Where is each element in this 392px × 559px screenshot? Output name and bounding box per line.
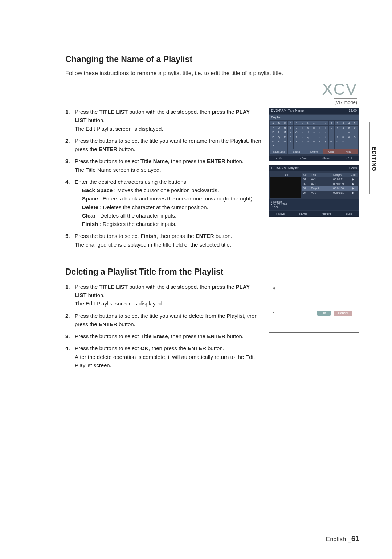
key-_[interactable]: _ <box>335 130 340 135</box>
key-6[interactable]: 6 <box>329 126 334 130</box>
key-W[interactable]: W <box>282 139 287 144</box>
key-blank[interactable] <box>335 144 340 149</box>
key-.[interactable]: . <box>329 130 334 135</box>
playlist-row[interactable]: 04AV100:00:11▶ <box>302 191 358 195</box>
key-z[interactable]: z <box>299 144 305 149</box>
key-8[interactable]: 8 <box>340 126 346 130</box>
key-2[interactable]: 2 <box>335 121 340 126</box>
key-t[interactable]: t <box>323 135 328 139</box>
key-+[interactable]: + <box>346 130 352 135</box>
key-space[interactable]: Space <box>288 149 305 154</box>
key-V[interactable]: V <box>276 139 282 144</box>
key-blank[interactable] <box>340 144 346 149</box>
playlist-row[interactable]: 02AV100:00:09▶ <box>302 182 358 186</box>
key-n[interactable]: n <box>317 130 323 135</box>
key-3[interactable]: 3 <box>340 121 346 126</box>
playlist-row[interactable]: 03Dolphin00:01:06▶ <box>302 186 358 191</box>
key-backspace[interactable]: Backspace <box>270 149 287 154</box>
key-1[interactable]: 1 <box>329 121 334 126</box>
key-/[interactable]: / <box>352 139 358 144</box>
key-S[interactable]: S <box>288 135 293 139</box>
key-![interactable]: ! <box>335 135 340 139</box>
key-A[interactable]: A <box>270 121 276 126</box>
key-J[interactable]: J <box>294 126 299 130</box>
key-k[interactable]: k <box>299 130 305 135</box>
key-O[interactable]: O <box>294 130 299 135</box>
key-&[interactable]: & <box>340 139 346 144</box>
playlist-row[interactable]: 01AV100:00:11▶ <box>302 177 358 182</box>
key-G[interactable]: G <box>276 126 282 130</box>
key-c[interactable]: c <box>311 121 317 126</box>
key-=[interactable]: = <box>352 130 358 135</box>
key--[interactable]: - <box>340 130 346 135</box>
key-@[interactable]: @ <box>340 135 346 139</box>
key-delete[interactable]: Delete <box>305 149 322 154</box>
key-clear[interactable]: Clear <box>323 149 340 154</box>
key-^[interactable]: ^ <box>335 139 340 144</box>
key-B[interactable]: B <box>276 121 282 126</box>
key-x[interactable]: x <box>317 139 323 144</box>
key-Q[interactable]: Q <box>276 135 282 139</box>
key-r[interactable]: r <box>311 135 317 139</box>
key-e[interactable]: e <box>323 121 328 126</box>
key-blank[interactable] <box>329 144 334 149</box>
key-q[interactable]: q <box>305 135 311 139</box>
ok-button[interactable]: OK <box>317 311 331 316</box>
key-a[interactable]: a <box>299 121 305 126</box>
key-s[interactable]: s <box>317 135 323 139</box>
key-h[interactable]: h <box>311 126 317 130</box>
key-blank[interactable] <box>352 144 358 149</box>
key-L[interactable]: L <box>276 130 282 135</box>
key-I[interactable]: I <box>288 126 293 130</box>
key-M[interactable]: M <box>282 130 287 135</box>
key-blank[interactable] <box>346 144 352 149</box>
key-p[interactable]: p <box>299 135 305 139</box>
cancel-button[interactable]: Cancel <box>334 311 352 316</box>
key-j[interactable]: j <box>323 126 328 130</box>
key-blank[interactable] <box>311 144 317 149</box>
key-$[interactable]: $ <box>352 135 358 139</box>
key-blank[interactable] <box>317 144 323 149</box>
key-l[interactable]: l <box>305 130 311 135</box>
key-%[interactable]: % <box>329 139 334 144</box>
key-#[interactable]: # <box>346 135 352 139</box>
key-blank[interactable] <box>323 144 328 149</box>
key-Y[interactable]: Y <box>294 139 299 144</box>
key-finish[interactable]: Finish <box>340 149 358 154</box>
key-K[interactable]: K <box>270 130 276 135</box>
key-C[interactable]: C <box>282 121 287 126</box>
key-b[interactable]: b <box>305 121 311 126</box>
key-o[interactable]: o <box>323 130 328 135</box>
key-u[interactable]: u <box>299 139 305 144</box>
key-y[interactable]: y <box>323 139 328 144</box>
key-blank[interactable] <box>276 144 282 149</box>
key-T[interactable]: T <box>294 135 299 139</box>
key-blank[interactable] <box>305 144 311 149</box>
key-d[interactable]: d <box>317 121 323 126</box>
key-blank[interactable] <box>282 144 287 149</box>
key-7[interactable]: 7 <box>335 126 340 130</box>
key-|[interactable]: | <box>346 139 352 144</box>
key-i[interactable]: i <box>317 126 323 130</box>
key-9[interactable]: 9 <box>346 126 352 130</box>
key-blank[interactable] <box>294 144 299 149</box>
key-f[interactable]: f <box>299 126 305 130</box>
key-U[interactable]: U <box>270 139 276 144</box>
key-~[interactable]: ~ <box>329 135 334 139</box>
key-F[interactable]: F <box>270 126 276 130</box>
key-5[interactable]: 5 <box>352 121 358 126</box>
on-screen-keyboard[interactable]: ABCDEabcde12345FGHIJfghij67890KLMNOklmno… <box>270 121 358 149</box>
key-Z[interactable]: Z <box>270 144 276 149</box>
key-N[interactable]: N <box>288 130 293 135</box>
key-g[interactable]: g <box>305 126 311 130</box>
key-P[interactable]: P <box>270 135 276 139</box>
key-v[interactable]: v <box>305 139 311 144</box>
key-H[interactable]: H <box>282 126 287 130</box>
key-X[interactable]: X <box>288 139 293 144</box>
key-m[interactable]: m <box>311 130 317 135</box>
key-E[interactable]: E <box>294 121 299 126</box>
key-D[interactable]: D <box>288 121 293 126</box>
key-4[interactable]: 4 <box>346 121 352 126</box>
key-blank[interactable] <box>288 144 293 149</box>
key-w[interactable]: w <box>311 139 317 144</box>
